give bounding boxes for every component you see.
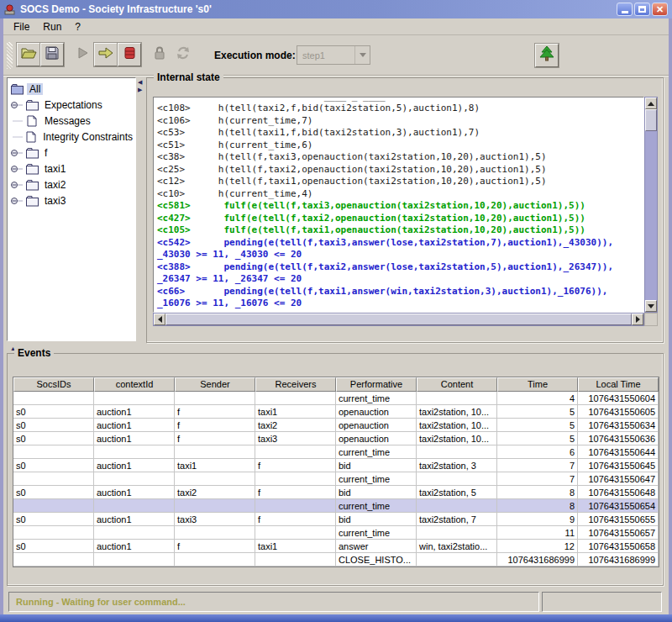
- execution-mode-combo: step1: [297, 45, 370, 65]
- save-button[interactable]: [40, 43, 64, 66]
- expand-handle-icon[interactable]: [9, 179, 24, 191]
- cell-time: 5: [497, 405, 578, 419]
- maximize-button[interactable]: [634, 3, 650, 16]
- expand-handle-icon[interactable]: [9, 99, 24, 111]
- execution-mode-value: step1: [297, 50, 354, 61]
- tree-item-taxi1[interactable]: taxi1: [9, 161, 135, 177]
- cell-contextid: [94, 526, 175, 540]
- vertical-scrollbar[interactable]: [644, 97, 658, 313]
- step-arrow-icon: [97, 45, 115, 65]
- cell-content: taxi2station, 5: [417, 486, 497, 499]
- cell-socsids: s0: [13, 540, 94, 553]
- event-row[interactable]: s0auction1ftaxi1answerwin, taxi2statio..…: [13, 540, 659, 553]
- event-row[interactable]: s0auction1ftaxi3openauctiontaxi2station,…: [13, 432, 659, 445]
- event-row[interactable]: CLOSE_HISTO...10764316869991076431686999: [13, 553, 659, 567]
- cell-socsids: s0: [13, 486, 94, 499]
- event-row[interactable]: s0auction1taxi1fbidtaxi2station, 3710764…: [13, 459, 659, 472]
- expand-handle-icon[interactable]: [9, 147, 24, 159]
- status-message: Running - Waiting for user command...: [9, 597, 186, 607]
- cell-performative: bid: [336, 513, 417, 526]
- events-table-body: current_time41076431550604s0auction1ftax…: [13, 392, 659, 567]
- cell-receivers: [255, 472, 336, 486]
- open-button[interactable]: [17, 43, 40, 66]
- tree-item-taxi2[interactable]: taxi2: [9, 177, 135, 192]
- state-line: <c388> pending(e(tell(f,taxi2,answer(los…: [157, 261, 643, 274]
- cell-content: [417, 526, 497, 540]
- column-header-sender[interactable]: Sender: [175, 377, 255, 392]
- society-tree[interactable]: AllExpectationsMessagesIntegrity Constra…: [7, 77, 136, 341]
- internal-state-textarea[interactable]: ____ _ ____<c108> h(tell(taxi2,f,bid(tax…: [153, 97, 644, 313]
- scroll-up-button[interactable]: [645, 98, 657, 109]
- vertical-split-divider[interactable]: ◀ ▶: [137, 77, 145, 341]
- horizontal-split-divider[interactable]: ▲ ▼: [3, 345, 669, 352]
- event-row[interactable]: current_time41076431550604: [13, 392, 659, 405]
- expand-handle-icon[interactable]: [9, 195, 24, 207]
- horizontal-scroll-thumb[interactable]: [165, 314, 632, 325]
- event-row[interactable]: current_time81076431550654: [13, 499, 659, 513]
- event-row[interactable]: current_time61076431550644: [13, 445, 659, 459]
- society-tree-button[interactable]: [535, 44, 559, 67]
- event-row[interactable]: s0auction1taxi3fbidtaxi2station, 7910764…: [13, 513, 659, 526]
- column-header-contextid[interactable]: contextId: [94, 377, 175, 392]
- event-row[interactable]: s0auction1taxi2fbidtaxi2station, 5810764…: [13, 486, 659, 499]
- column-header-time[interactable]: Time: [497, 377, 578, 392]
- expand-handle-icon[interactable]: [9, 163, 24, 175]
- execution-mode-label: Execution mode:: [214, 50, 296, 61]
- tree-item-f[interactable]: f: [9, 145, 135, 161]
- cell-receivers: [255, 553, 336, 567]
- column-header-socsids[interactable]: SocsIDs: [13, 377, 94, 392]
- event-row[interactable]: current_time111076431550657: [13, 526, 659, 540]
- cell-local-time: 1076431550658: [578, 540, 659, 553]
- status-bar-right-section: [542, 592, 662, 612]
- tree-item-integrity-constraints[interactable]: Integrity Constraints: [9, 129, 135, 145]
- cell-time: 6: [497, 445, 578, 459]
- cell-receivers: taxi1: [255, 405, 336, 419]
- column-header-performative[interactable]: Performative: [336, 377, 417, 392]
- column-header-local-time[interactable]: Local Time: [578, 377, 659, 392]
- combo-arrow-icon: [354, 46, 370, 64]
- collapse-left-icon[interactable]: ◀: [138, 79, 142, 85]
- cell-socsids: s0: [13, 459, 94, 472]
- cell-time: 7: [497, 472, 578, 486]
- minimize-button[interactable]: [617, 3, 633, 16]
- scroll-left-button[interactable]: [154, 314, 165, 325]
- horizontal-scrollbar[interactable]: [153, 313, 644, 326]
- tree-item-taxi3[interactable]: taxi3: [9, 192, 135, 208]
- cell-sender: [175, 445, 255, 459]
- state-line: <c25> h(tell(f,taxi2,openauction(taxi2st…: [157, 164, 643, 177]
- state-line: <c581> fulf(e(tell(f,taxi3,openauction(t…: [157, 200, 643, 213]
- cell-time: 4: [497, 392, 578, 405]
- state-line: _26347 >= 11, _26347 <= 20: [157, 273, 643, 286]
- close-button[interactable]: ✕: [652, 3, 668, 16]
- scroll-right-button[interactable]: [632, 314, 643, 325]
- step-button[interactable]: [94, 43, 118, 66]
- state-line: <c51> h(current_time,6): [157, 140, 643, 152]
- event-row[interactable]: current_time71076431550647: [13, 472, 659, 486]
- collapse-right-icon[interactable]: ▶: [138, 87, 142, 92]
- vertical-scroll-thumb[interactable]: [645, 109, 657, 131]
- title-bar[interactable]: SOCS Demo - Society Infrastructure 's0' …: [0, 0, 672, 18]
- cell-sender: f: [175, 432, 255, 445]
- folder-icon: [24, 195, 39, 207]
- cell-receivers: [255, 445, 336, 459]
- menu-item-run[interactable]: Run: [36, 19, 68, 34]
- column-header-receivers[interactable]: Receivers: [255, 377, 336, 392]
- cell-sender: taxi1: [175, 459, 255, 472]
- menu-item-file[interactable]: File: [7, 19, 36, 34]
- toolbar-grip[interactable]: [7, 42, 13, 69]
- tree-icon: [538, 45, 555, 66]
- stop-button[interactable]: [118, 43, 141, 66]
- state-line: <c12> h(tell(f,taxi1,openauction(taxi2st…: [157, 176, 643, 188]
- cell-performative: current_time: [336, 472, 417, 486]
- event-row[interactable]: s0auction1ftaxi2openauctiontaxi2station,…: [13, 419, 659, 432]
- scroll-down-button[interactable]: [645, 300, 657, 312]
- tree-item-messages[interactable]: Messages: [9, 113, 135, 129]
- cell-local-time: 1076431550648: [578, 486, 659, 499]
- column-header-content[interactable]: Content: [417, 377, 497, 392]
- event-row[interactable]: s0auction1ftaxi1openauctiontaxi2station,…: [13, 405, 659, 419]
- tree-item-all[interactable]: All: [9, 81, 135, 97]
- menu-item-item[interactable]: ?: [68, 19, 87, 34]
- cell-local-time: 1076431550655: [578, 513, 659, 526]
- tree-item-expectations[interactable]: Expectations: [9, 97, 135, 113]
- events-table[interactable]: SocsIDscontextIdSenderReceiversPerformat…: [13, 377, 659, 567]
